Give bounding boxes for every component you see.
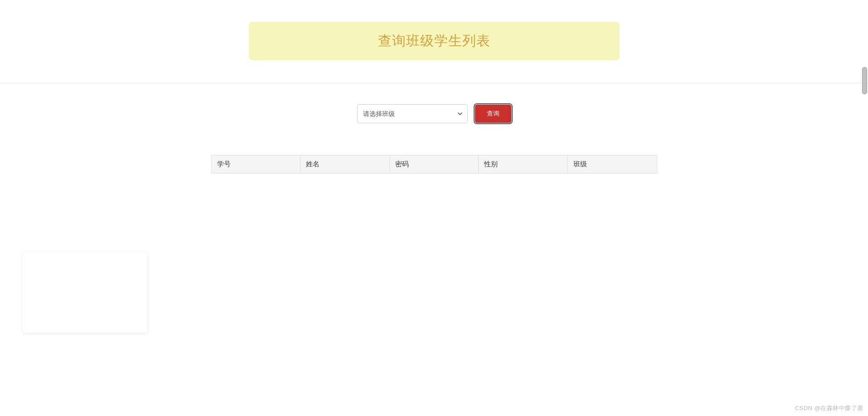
content-section: 请选择班级 查询 学号 姓名 密码 性别 班级 bbox=[0, 83, 868, 174]
query-button[interactable]: 查询 bbox=[475, 105, 511, 123]
table-container: 学号 姓名 密码 性别 班级 bbox=[211, 155, 657, 174]
column-password: 密码 bbox=[389, 155, 479, 174]
query-form: 请选择班级 查询 bbox=[0, 104, 868, 123]
student-table: 学号 姓名 密码 性别 班级 bbox=[211, 155, 657, 174]
column-gender: 性别 bbox=[479, 155, 568, 174]
column-student-id: 学号 bbox=[211, 155, 301, 174]
class-select[interactable]: 请选择班级 bbox=[357, 104, 468, 123]
watermark: CSDN @在森林中麋了鹿 bbox=[795, 404, 863, 412]
header-section: 查询班级学生列表 bbox=[0, 0, 868, 83]
floating-panel bbox=[23, 252, 147, 333]
scrollbar-thumb[interactable] bbox=[862, 67, 867, 94]
column-name: 姓名 bbox=[301, 155, 390, 174]
table-header-row: 学号 姓名 密码 性别 班级 bbox=[211, 155, 657, 174]
title-banner: 查询班级学生列表 bbox=[249, 22, 620, 60]
column-class: 班级 bbox=[567, 155, 657, 174]
page-title: 查询班级学生列表 bbox=[258, 32, 611, 50]
